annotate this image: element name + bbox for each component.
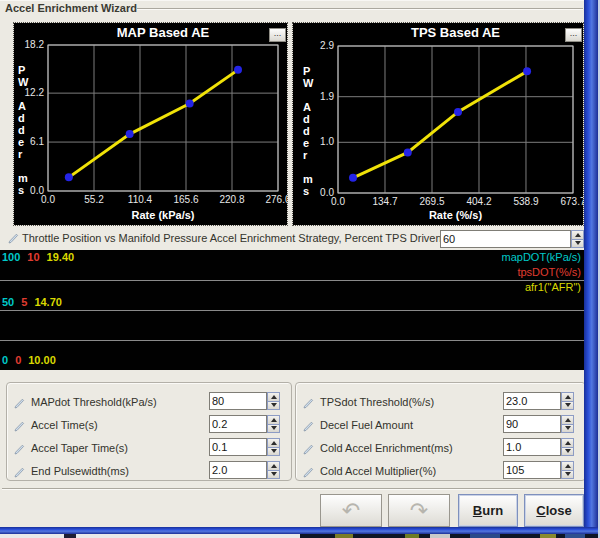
mapdot-threshold-input[interactable] xyxy=(209,392,267,410)
map-scale-value: 50 xyxy=(2,296,14,308)
undo-icon: ↶ xyxy=(342,498,360,523)
spinner-down-button[interactable] xyxy=(267,402,280,411)
up-arrow-icon xyxy=(565,464,571,468)
map-ae-plot[interactable]: 0.055.2110.4165.6220.8276.00.06.112.218.… xyxy=(14,23,287,225)
svg-text:P: P xyxy=(303,65,310,77)
pencil-icon xyxy=(13,419,26,432)
field-label: Accel Taper Time(s) xyxy=(31,442,128,454)
cold-accel-enrichment-input[interactable] xyxy=(503,438,561,456)
field-row: Decel Fuel Amount xyxy=(296,416,413,434)
redo-button[interactable]: ↷ xyxy=(388,494,450,527)
field-row: TPSdot Threshold(%/s) xyxy=(296,393,434,411)
accel-time-input[interactable] xyxy=(209,415,267,433)
afr-scale-value: 14.70 xyxy=(34,296,62,308)
spinner[interactable] xyxy=(561,438,574,456)
field-label: Decel Fuel Amount xyxy=(320,419,413,431)
svg-text:2.9: 2.9 xyxy=(320,40,334,51)
spinner[interactable] xyxy=(561,461,574,479)
svg-text:P: P xyxy=(18,64,25,76)
footer-separator xyxy=(2,488,584,490)
spinner-down-button[interactable] xyxy=(561,425,574,434)
up-arrow-icon xyxy=(271,418,277,422)
svg-text:0.0: 0.0 xyxy=(320,187,334,198)
up-arrow-icon xyxy=(271,395,277,399)
spinner-down-button[interactable] xyxy=(267,425,280,434)
svg-text:404.2: 404.2 xyxy=(466,196,491,207)
svg-text:r: r xyxy=(18,148,23,160)
close-button[interactable]: Close xyxy=(524,494,584,527)
accel-enrichment-wizard-window: Accel Enrichment Wizard 0.055.2110.4165.… xyxy=(0,0,600,538)
svg-text:18.2: 18.2 xyxy=(25,39,45,50)
svg-text:0.0: 0.0 xyxy=(30,185,44,196)
svg-text:1.9: 1.9 xyxy=(320,91,334,102)
spinner-up-button[interactable] xyxy=(267,461,280,471)
field-label: MAPdot Threshold(kPa/s) xyxy=(31,396,157,408)
window-border-bottom xyxy=(0,527,598,534)
svg-text:d: d xyxy=(18,112,25,124)
tps-scale-value: 5 xyxy=(21,296,27,308)
tpsdot-threshold-input[interactable] xyxy=(503,392,561,410)
spinner[interactable] xyxy=(561,392,574,410)
spinner[interactable] xyxy=(267,438,280,456)
undo-button[interactable]: ↶ xyxy=(320,494,382,527)
strategy-spinner[interactable] xyxy=(571,230,584,248)
map-scale-value: 0 xyxy=(2,354,8,366)
legend-tpsdot: tpsDOT(%/s) xyxy=(517,266,581,278)
spinner-up-button[interactable] xyxy=(267,415,280,425)
scale-row-bottom: 0010.00 xyxy=(2,354,63,366)
spinner[interactable] xyxy=(561,415,574,433)
svg-text:134.7: 134.7 xyxy=(372,196,397,207)
down-arrow-icon xyxy=(271,403,277,407)
spinner-down-button[interactable] xyxy=(561,402,574,411)
spinner-up-button[interactable] xyxy=(561,415,574,425)
svg-text:MAP Based AE: MAP Based AE xyxy=(117,25,210,40)
field-label: Cold Accel Multiplier(%) xyxy=(320,465,436,477)
svg-text:A: A xyxy=(303,101,311,113)
down-arrow-icon xyxy=(271,426,277,430)
spinner[interactable] xyxy=(267,461,280,479)
spinner[interactable] xyxy=(267,415,280,433)
spinner-up-button[interactable] xyxy=(267,438,280,448)
spinner-down-button[interactable] xyxy=(267,448,280,457)
spinner[interactable] xyxy=(267,392,280,410)
svg-text:165.6: 165.6 xyxy=(173,194,198,205)
up-arrow-icon xyxy=(565,418,571,422)
tps-ae-plot[interactable]: 0.0134.7269.5404.2538.9673.70.01.01.92.9… xyxy=(293,23,583,225)
tps-chart-options-button[interactable]: ... xyxy=(565,28,582,42)
background-app-strip xyxy=(0,534,598,538)
strategy-input[interactable] xyxy=(440,230,571,248)
field-row: Cold Accel Enrichment(ms) xyxy=(296,439,453,457)
field-label: End Pulsewidth(ms) xyxy=(31,465,129,477)
dialog-content: Accel Enrichment Wizard 0.055.2110.4165.… xyxy=(0,0,584,527)
svg-text:Rate (%/s): Rate (%/s) xyxy=(429,209,483,221)
tps-based-ae-chart[interactable]: 0.0134.7269.5404.2538.9673.70.01.01.92.9… xyxy=(293,23,583,225)
svg-text:538.9: 538.9 xyxy=(513,196,538,207)
cold-accel-multiplier-input[interactable] xyxy=(503,461,561,479)
afr-scale-value: 19.40 xyxy=(47,251,75,263)
map-chart-options-button[interactable]: ... xyxy=(269,28,286,42)
legend-afr1: afr1("AFR") xyxy=(525,281,581,293)
burn-button[interactable]: Burn xyxy=(458,494,518,527)
spinner-up-button[interactable] xyxy=(267,392,280,402)
spinner-down-button[interactable] xyxy=(267,471,280,480)
svg-text:220.8: 220.8 xyxy=(219,194,244,205)
title-separator xyxy=(137,8,583,10)
down-arrow-icon xyxy=(565,403,571,407)
spinner-up-button[interactable] xyxy=(561,438,574,448)
spinner-down-button[interactable] xyxy=(561,448,574,457)
map-based-ae-chart[interactable]: 0.055.2110.4165.6220.8276.00.06.112.218.… xyxy=(14,23,287,225)
gridline xyxy=(0,340,584,341)
decel-fuel-amount-input[interactable] xyxy=(503,415,561,433)
svg-text:s: s xyxy=(303,185,309,197)
spinner-up-button[interactable] xyxy=(561,392,574,402)
svg-text:m: m xyxy=(303,173,313,185)
end-pulsewidth-input[interactable] xyxy=(209,461,267,479)
accel-taper-time-input[interactable] xyxy=(209,438,267,456)
svg-text:12.2: 12.2 xyxy=(25,87,45,98)
spinner-down-button[interactable] xyxy=(561,471,574,480)
spinner-up-button[interactable] xyxy=(561,461,574,471)
pencil-icon xyxy=(302,396,315,409)
spinner-down-button[interactable] xyxy=(571,240,584,249)
spinner-up-button[interactable] xyxy=(571,230,584,240)
live-graph-strip: 1001019.40 50514.70 0010.00 mapDOT(kPa/s… xyxy=(0,250,584,370)
